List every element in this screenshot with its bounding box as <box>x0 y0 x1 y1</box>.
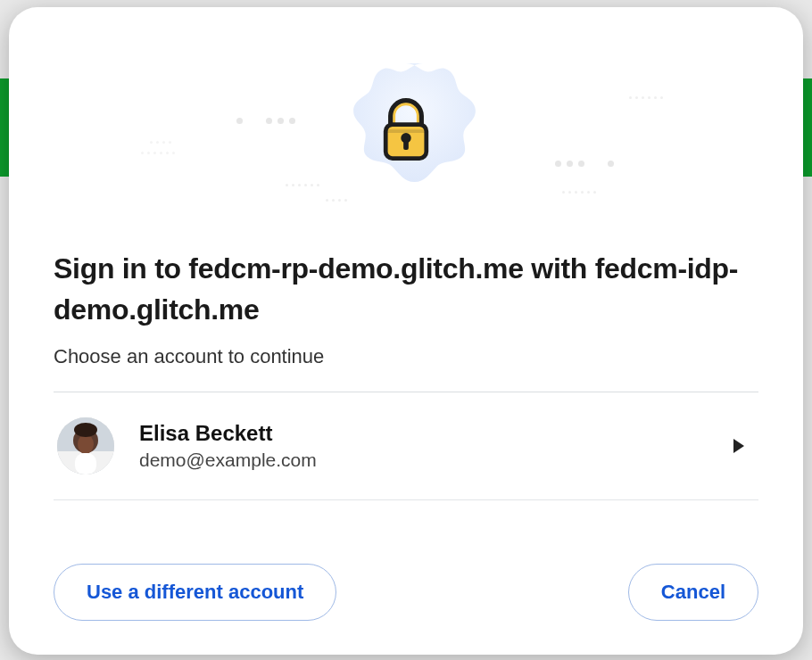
decorative-dots <box>141 152 175 154</box>
svg-point-7 <box>78 434 94 454</box>
svg-rect-3 <box>403 140 409 150</box>
account-list: Elisa Beckett demo@example.com <box>54 392 758 500</box>
dialog-subtitle: Choose an account to continue <box>54 345 758 368</box>
decorative-dots <box>562 191 596 194</box>
decorative-dots <box>555 161 614 167</box>
svg-point-9 <box>74 423 97 437</box>
use-different-account-button[interactable]: Use a different account <box>54 564 336 621</box>
fedcm-signin-dialog: Sign in to fedcm-rp-demo.glitch.me with … <box>9 7 803 655</box>
svg-rect-8 <box>75 453 96 474</box>
dialog-title: Sign in to fedcm-rp-demo.glitch.me with … <box>54 248 758 331</box>
dialog-hero-illustration <box>54 43 758 230</box>
account-email: demo@example.com <box>139 450 733 471</box>
decorative-dots <box>286 184 319 186</box>
avatar <box>57 417 114 474</box>
secure-lock-icon <box>321 48 491 218</box>
dialog-actions: Use a different account Cancel <box>54 564 758 621</box>
cancel-button[interactable]: Cancel <box>628 564 758 621</box>
svg-rect-1 <box>385 129 427 133</box>
decorative-dots <box>236 118 295 124</box>
decorative-dots <box>150 141 171 144</box>
account-row[interactable]: Elisa Beckett demo@example.com <box>54 392 758 500</box>
chevron-right-icon <box>733 439 744 453</box>
account-name: Elisa Beckett <box>139 421 733 446</box>
decorative-dots <box>629 96 663 99</box>
